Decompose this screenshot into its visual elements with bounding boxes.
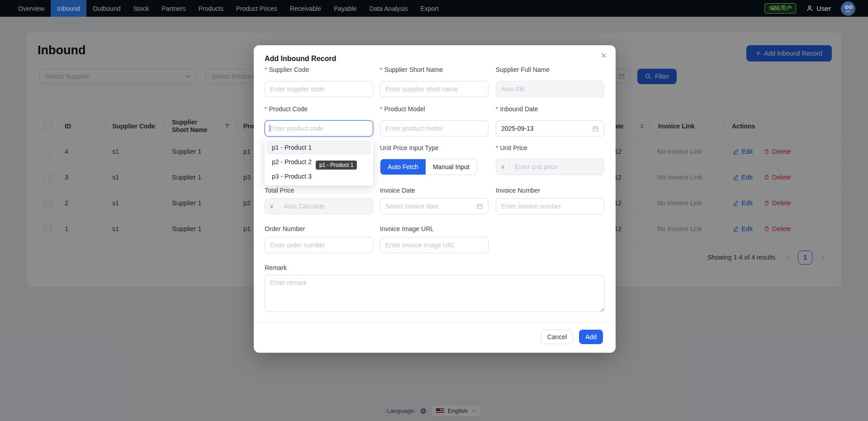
gear-icon: ⚙⚙ [844,5,852,10]
nav-item-overview[interactable]: Overview [12,0,51,17]
nav-item-inbound[interactable]: Inbound [51,0,86,17]
supplier-full-name-field [496,81,604,97]
supplier-short-name-label: Supplier Short Name [380,66,443,73]
add-button[interactable]: Add [579,330,603,344]
supplier-code-label: Supplier Code [265,66,309,73]
user-menu[interactable]: User [806,5,831,12]
nav-item-stock[interactable]: Stock [127,0,155,17]
add-inbound-record-modal: Add Inbound Record × Supplier Code Suppl… [254,45,616,353]
user-role-badge: 编辑用户 [764,3,796,14]
nav-item-receivable[interactable]: Receivable [284,0,327,17]
footer-divider [254,322,616,322]
total-price-field: ¥ Auto Calculate [265,198,373,214]
manual-input-option[interactable]: Manual Input [426,159,477,175]
yen-prefix: ¥ [496,159,510,175]
remark-label: Remark [265,264,287,271]
unit-price-label: Unit Price [496,144,527,151]
nav-item-export[interactable]: Export [414,0,445,17]
inbound-date-field[interactable]: 2025-09-13 [496,120,604,137]
avatar-caption: ERP [846,10,850,13]
nav-item-products[interactable]: Products [192,0,229,17]
nav-item-outbound[interactable]: Outbound [86,0,127,17]
supplier-short-name-field[interactable] [380,81,489,97]
unit-price-type-segmented: Auto Fetch Manual Input [380,159,477,175]
calendar-icon [476,203,483,210]
invoice-date-placeholder: Select invoice date [385,203,439,210]
dropdown-option-p3[interactable]: p3 - Product 3 [266,169,371,184]
invoice-number-field[interactable] [496,198,604,214]
nav-items: Overview Inbound Outbound Stock Partners… [0,0,445,17]
user-label: User [816,5,831,12]
order-number-field[interactable] [265,237,373,253]
avatar[interactable]: ⚙⚙ ERP [841,1,855,16]
unit-price-placeholder: Enter unit price [510,163,562,170]
total-price-placeholder: Auto Calculate [279,203,330,210]
supplier-code-field[interactable] [265,81,373,97]
yen-prefix: ¥ [265,199,279,214]
invoice-date-field[interactable]: Select invoice date [380,198,489,214]
text-cursor [270,125,270,132]
nav-item-payable[interactable]: Payable [327,0,363,17]
remark-field[interactable] [265,275,605,312]
invoice-date-label: Invoice Date [380,187,415,194]
auto-fetch-option[interactable]: Auto Fetch [380,159,426,175]
nav-item-data-analysis[interactable]: Data Analysis [363,0,414,17]
cancel-button[interactable]: Cancel [541,330,573,344]
inbound-date-label: Inbound Date [496,105,538,113]
invoice-image-url-label: Invoice Image URL [380,225,434,232]
order-number-label: Order Number [265,225,305,232]
product-model-label: Product Model [380,105,425,113]
nav-item-partners[interactable]: Partners [155,0,192,17]
person-icon [806,5,813,12]
dropdown-option-p1[interactable]: p1 - Product 1 [266,140,371,155]
calendar-icon [592,125,599,132]
product-model-field[interactable] [380,120,489,137]
unit-price-field: ¥ Enter unit price [496,159,604,175]
top-nav: Overview Inbound Outbound Stock Partners… [0,0,868,17]
total-price-label: Total Price [265,187,294,194]
invoice-image-url-field[interactable] [380,237,489,253]
product-code-label: Product Code [265,105,308,113]
invoice-number-label: Invoice Number [496,187,540,194]
close-icon[interactable]: × [601,51,607,61]
option-tooltip: p1 - Product 1 [316,161,357,170]
nav-item-product-prices[interactable]: Product Prices [230,0,284,17]
supplier-full-name-label: Supplier Full Name [496,66,550,73]
product-code-field[interactable] [265,120,373,137]
inbound-date-value: 2025-09-13 [501,125,534,132]
unit-price-type-label: Unit Price Input Type [380,144,439,151]
modal-title: Add Inbound Record [265,55,336,63]
